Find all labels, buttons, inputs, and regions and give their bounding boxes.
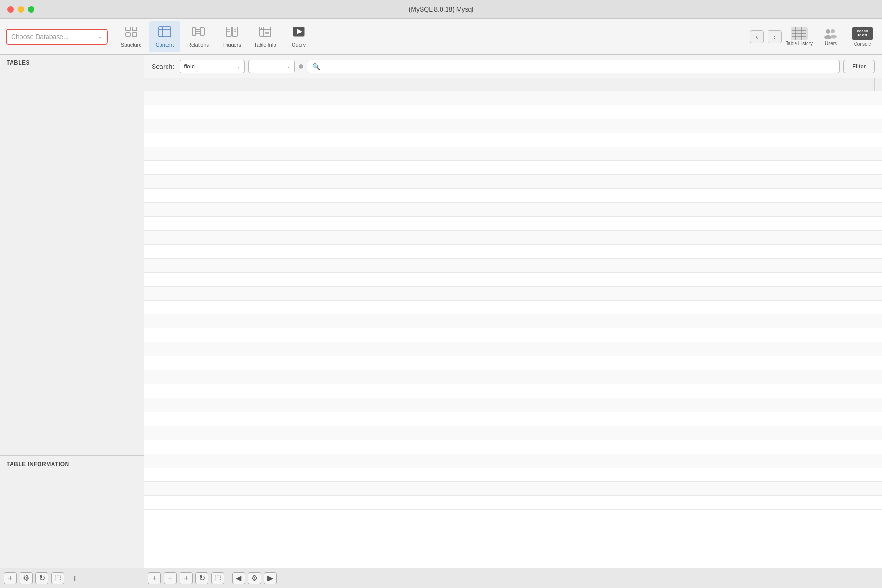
triggers-icon bbox=[225, 26, 238, 40]
search-bar: Search: field ⌄ = ⌄ 🔍 Filter bbox=[144, 55, 882, 78]
table-cell bbox=[144, 147, 882, 160]
table-cell bbox=[144, 245, 882, 258]
table-row[interactable] bbox=[144, 496, 882, 510]
settings-button[interactable]: ⚙ bbox=[20, 572, 33, 584]
remove-row-button[interactable]: − bbox=[164, 572, 177, 584]
svg-point-38 bbox=[831, 29, 835, 33]
table-row[interactable] bbox=[144, 398, 882, 412]
svg-rect-3 bbox=[132, 33, 137, 36]
field-dropdown[interactable]: field ⌄ bbox=[180, 60, 245, 73]
relations-tab[interactable]: Relations bbox=[182, 21, 214, 52]
table-row[interactable] bbox=[144, 217, 882, 231]
close-button[interactable] bbox=[7, 6, 14, 13]
table-row[interactable] bbox=[144, 133, 882, 147]
table-row[interactable] bbox=[144, 245, 882, 259]
table-row[interactable] bbox=[144, 287, 882, 301]
table-cell bbox=[144, 91, 882, 105]
table-row[interactable] bbox=[144, 314, 882, 328]
console-icon: conso te off bbox=[852, 27, 873, 40]
table-row[interactable] bbox=[144, 468, 882, 482]
table-row[interactable] bbox=[144, 342, 882, 356]
export-button[interactable]: ⬚ bbox=[211, 572, 224, 584]
filter-dot bbox=[299, 64, 303, 69]
minus-icon: − bbox=[168, 574, 172, 582]
table-cell bbox=[144, 496, 882, 509]
forward-button[interactable]: › bbox=[768, 30, 782, 43]
operator-dropdown[interactable]: = ⌄ bbox=[248, 60, 295, 73]
svg-point-36 bbox=[826, 29, 830, 34]
console-text: conso te off bbox=[857, 29, 868, 38]
maximize-button[interactable] bbox=[28, 6, 34, 13]
field-option-text: field bbox=[184, 63, 195, 70]
table-row[interactable] bbox=[144, 301, 882, 314]
export-icon: ⬚ bbox=[214, 574, 221, 582]
svg-point-25 bbox=[261, 27, 262, 29]
table-row[interactable] bbox=[144, 454, 882, 468]
nav-right-icon: ▶ bbox=[267, 574, 273, 582]
table-row[interactable] bbox=[144, 370, 882, 384]
add-table-button[interactable]: + bbox=[4, 572, 17, 584]
database-selector[interactable]: Choose Database... ⌄ bbox=[6, 29, 108, 45]
column-indicator: ||| bbox=[72, 575, 77, 581]
table-row[interactable] bbox=[144, 161, 882, 175]
minimize-button[interactable] bbox=[18, 6, 24, 13]
filter-button[interactable]: Filter bbox=[843, 60, 875, 73]
action-button[interactable]: ⬚ bbox=[51, 572, 64, 584]
table-cell bbox=[144, 342, 882, 356]
table-row[interactable] bbox=[144, 273, 882, 287]
search-label: Search: bbox=[152, 63, 174, 70]
field-chevron-icon: ⌄ bbox=[236, 63, 241, 69]
table-row[interactable] bbox=[144, 482, 882, 496]
table-row[interactable] bbox=[144, 189, 882, 203]
table-cell bbox=[144, 314, 882, 328]
duplicate-row-button[interactable]: + bbox=[180, 572, 193, 584]
table-row[interactable] bbox=[144, 175, 882, 189]
table-row[interactable] bbox=[144, 147, 882, 161]
table-row[interactable] bbox=[144, 384, 882, 398]
table-row[interactable] bbox=[144, 231, 882, 245]
search-input-field[interactable]: 🔍 bbox=[307, 60, 840, 73]
table-cell bbox=[144, 426, 882, 440]
back-button[interactable]: ‹ bbox=[750, 30, 764, 43]
table-cell bbox=[144, 482, 882, 495]
table-row[interactable] bbox=[144, 91, 882, 105]
table-row[interactable] bbox=[144, 119, 882, 133]
main-layout: TABLES TABLE INFORMATION + ⚙ ↻ ⬚ ||| Sea… bbox=[0, 55, 882, 588]
table-info-icon bbox=[259, 26, 272, 40]
nav-left-button[interactable]: ◀ bbox=[232, 572, 245, 584]
add-row-icon: + bbox=[152, 574, 156, 582]
table-row[interactable] bbox=[144, 356, 882, 370]
plus-icon: + bbox=[8, 574, 12, 582]
refresh-content-button[interactable]: ↻ bbox=[195, 572, 208, 584]
table-row[interactable] bbox=[144, 440, 882, 454]
console-label: Console bbox=[854, 41, 871, 47]
nav-right-button[interactable]: ▶ bbox=[264, 572, 277, 584]
triggers-tab[interactable]: Triggers bbox=[216, 21, 247, 52]
table-row[interactable] bbox=[144, 105, 882, 119]
table-row[interactable] bbox=[144, 203, 882, 217]
table-cell bbox=[144, 468, 882, 481]
table-row[interactable] bbox=[144, 328, 882, 342]
structure-label: Structure bbox=[121, 42, 142, 47]
table-cell bbox=[144, 384, 882, 398]
add-row-button[interactable]: + bbox=[148, 572, 161, 584]
content-icon bbox=[158, 26, 171, 40]
table-info-tab[interactable]: Table Info bbox=[249, 21, 281, 52]
refresh-button[interactable]: ↻ bbox=[35, 572, 48, 584]
structure-tab[interactable]: Structure bbox=[115, 21, 147, 52]
table-cell bbox=[144, 119, 882, 133]
table-row[interactable] bbox=[144, 412, 882, 426]
table-history-button[interactable]: Table History bbox=[785, 27, 813, 46]
table-row[interactable] bbox=[144, 426, 882, 440]
console-button[interactable]: conso te off Console bbox=[849, 27, 876, 47]
content-settings-button[interactable]: ⚙ bbox=[248, 572, 261, 584]
content-tab[interactable]: Content bbox=[149, 21, 180, 52]
table-row[interactable] bbox=[144, 259, 882, 273]
tables-header: TABLES bbox=[0, 55, 144, 71]
svg-rect-10 bbox=[200, 28, 204, 35]
users-button[interactable]: Users bbox=[817, 27, 845, 46]
chevron-down-icon: ⌄ bbox=[98, 33, 102, 40]
query-tab[interactable]: Query bbox=[283, 21, 314, 52]
toolbar-right: ‹ › Table History Users bbox=[750, 27, 876, 47]
table-cell bbox=[144, 161, 882, 174]
